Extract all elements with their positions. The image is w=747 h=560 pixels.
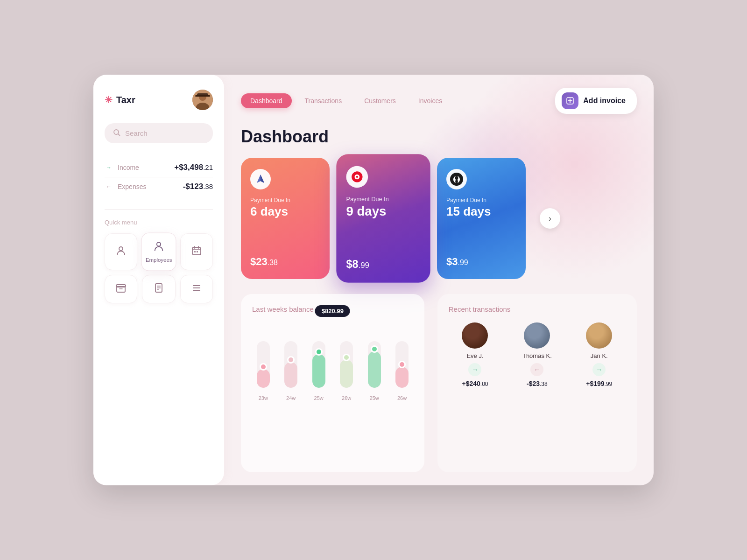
bar-group [308,341,330,388]
payment-card-1[interactable]: Payment Due In 6 days $23.38 [241,158,330,279]
txn-direction-icon: → [468,363,481,376]
bar-track [257,341,270,388]
card-1-days: 6 days [250,204,320,219]
income-label: → Income [105,163,139,172]
bar-group [252,341,274,388]
transactions-title: Recent transactions [449,305,626,313]
page-title: Dashboard [241,127,637,147]
chart-area [252,332,413,388]
svg-rect-16 [116,285,126,287]
card-3-amount: $3.99 [446,256,516,268]
payment-card-2[interactable]: Payment Due In 9 days $8.99 [336,154,430,283]
txn-avatar [524,322,550,349]
quick-item-document[interactable] [142,275,176,303]
svg-point-7 [119,247,123,251]
card-1-amount: $23.38 [250,256,320,268]
quick-item-person[interactable] [105,233,137,270]
bar-group [280,341,302,388]
bar-dot [372,347,377,351]
tab-invoices[interactable]: Invoices [409,93,451,108]
bar-dot [261,364,266,369]
svg-point-30 [356,176,358,178]
bar-dot [317,350,321,354]
txn-direction-icon: ← [530,363,543,376]
quick-item-list[interactable] [180,275,213,303]
txn-direction-icon: → [592,363,606,376]
quick-menu-grid: Employees [105,233,213,303]
calendar-icon [191,245,202,258]
txn-name: Eve J. [466,352,483,359]
bar-week-label: 23w [252,395,274,401]
expenses-arrow-icon: ← [105,182,113,191]
svg-point-31 [450,173,463,186]
bar-fill [312,354,325,388]
txn-name: Jan K. [591,352,608,359]
employees-label: Employees [146,257,172,262]
svg-point-8 [157,242,161,246]
expenses-value: -$123.38 [183,182,213,191]
card-3-logo [446,169,467,189]
balance-card: Last weeks balance $820.99 23w24w25w26w2… [241,294,424,472]
bar-group [335,341,357,388]
transaction-item[interactable]: Thomas K.←-$23.38 [522,322,552,387]
income-value: +$3,498.21 [174,163,213,172]
expenses-label: ← Expenses [105,182,146,191]
nav-tabs: Dashboard Transactions Customers Invoice… [241,93,451,108]
person-icon [116,245,126,258]
employee-icon [154,241,164,254]
tab-dashboard[interactable]: Dashboard [241,93,292,108]
bar-fill [395,367,409,388]
transaction-item[interactable]: Eve J.→+$240.00 [462,322,488,387]
bar-week-label: 25w [363,395,385,401]
svg-rect-13 [194,251,196,252]
expenses-row: ← Expenses -$123.38 [105,177,213,196]
chart-labels: 23w24w25w26w25w26w [252,392,413,401]
txn-avatar [462,322,488,349]
logo: ✳ Taxr [105,94,135,105]
main-content: Dashboard Transactions Customers Invoice… [224,75,654,485]
txn-name: Thomas K. [522,352,552,359]
payment-card-3[interactable]: Payment Due In 15 days $3.99 [437,158,526,279]
document-icon [154,283,164,295]
card-3-due-label: Payment Due In [446,197,516,203]
sidebar-header: ✳ Taxr [105,90,213,110]
bar-track [312,341,325,388]
bar-track [395,341,409,388]
tab-customers[interactable]: Customers [355,93,405,108]
search-input[interactable] [125,129,204,137]
quick-item-archive[interactable] [105,275,137,303]
svg-rect-4 [195,95,210,97]
quick-item-calendar[interactable] [180,233,213,270]
list-icon [191,283,202,295]
logo-text: Taxr [116,95,135,105]
svg-rect-14 [197,251,198,252]
txn-avatar [586,322,612,349]
search-box[interactable] [105,123,213,143]
divider [105,209,213,210]
bar-dot [344,355,349,360]
card-1-logo [250,169,271,189]
bar-track [284,341,297,388]
cards-next-button[interactable]: › [540,208,560,229]
tab-transactions[interactable]: Transactions [296,93,352,108]
txn-amount: -$23.38 [527,380,548,387]
bar-group [363,341,385,388]
add-invoice-icon [562,92,578,109]
sidebar: ✳ Taxr [93,75,224,485]
logo-icon: ✳ [105,94,113,105]
bar-dot [289,357,293,362]
card-1-due-label: Payment Due In [250,197,320,203]
bar-week-label: 24w [280,395,302,401]
add-invoice-button[interactable]: Add invoice [555,88,637,114]
bar-fill [340,360,353,388]
avatar[interactable] [192,90,213,110]
quick-menu-label: Quick menu [105,219,213,226]
svg-line-6 [118,134,120,136]
transaction-item[interactable]: Jan K.→+$199.99 [586,322,612,387]
card-3-days: 15 days [446,204,516,219]
top-nav: Dashboard Transactions Customers Invoice… [241,88,637,114]
bar-dot [400,362,404,367]
txn-amount: +$240.00 [462,380,488,387]
quick-item-employees[interactable]: Employees [141,232,176,271]
app-container: ✳ Taxr [93,75,654,485]
